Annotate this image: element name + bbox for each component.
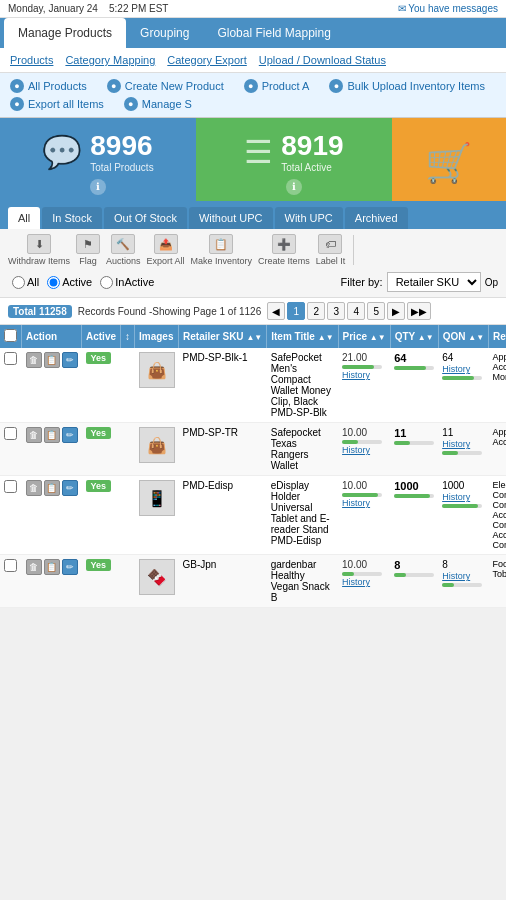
withdraw-items-button[interactable]: ⬇ Withdraw Items <box>8 234 70 266</box>
page-2-btn[interactable]: 2 <box>307 302 325 320</box>
th-sort[interactable]: ↕ <box>121 325 135 348</box>
time: 5:22 PM EST <box>109 3 168 14</box>
delete-icon[interactable]: 🗑 <box>26 559 42 575</box>
th-images: Images <box>135 325 179 348</box>
qty-progress-fill <box>394 573 406 577</box>
page-5-btn[interactable]: 5 <box>367 302 385 320</box>
info-icon[interactable]: ℹ <box>286 179 302 195</box>
messages-link[interactable]: ✉ You have messages <box>398 3 498 14</box>
product-image: 📱 <box>139 480 175 516</box>
edit-icon[interactable]: ✏ <box>62 427 78 443</box>
filter-by-select[interactable]: Retailer SKU <box>387 272 481 292</box>
quicklink-all-products[interactable]: ● All Products <box>10 79 87 93</box>
delete-icon[interactable]: 🗑 <box>26 352 42 368</box>
quicklink-manage-s[interactable]: ● Manage S <box>124 97 192 111</box>
qon-history-link[interactable]: History <box>442 492 470 502</box>
subnav-products[interactable]: Products <box>10 54 53 66</box>
qon-history-link[interactable]: History <box>442 439 470 449</box>
row-checkbox-cell <box>0 555 22 608</box>
list-icon: ☰ <box>244 133 273 171</box>
th-qty[interactable]: QTY ▲▼ <box>390 325 438 348</box>
th-sku[interactable]: Retailer SKU ▲▼ <box>179 325 267 348</box>
label-it-button[interactable]: 🏷 Label It <box>316 234 346 266</box>
price-history-link[interactable]: History <box>342 498 370 508</box>
row-checkbox[interactable] <box>4 559 17 572</box>
op-label: Op <box>485 277 498 288</box>
info-icon[interactable]: ℹ <box>90 179 106 195</box>
tab-grouping[interactable]: Grouping <box>126 18 203 48</box>
radio-active[interactable]: Active <box>47 276 92 289</box>
flag-button[interactable]: ⚑ Flag <box>76 234 100 266</box>
price-progress-fill <box>342 572 354 576</box>
image-cell: 📱 <box>135 476 179 555</box>
export-all-button[interactable]: 📤 Export All <box>147 234 185 266</box>
subnav-category-export[interactable]: Category Export <box>167 54 246 66</box>
copy-icon[interactable]: 📋 <box>44 559 60 575</box>
quicklink-product-a[interactable]: ● Product A <box>244 79 310 93</box>
select-all-checkbox[interactable] <box>4 329 17 342</box>
copy-icon[interactable]: 📋 <box>44 352 60 368</box>
tab-global-field-mapping[interactable]: Global Field Mapping <box>203 18 344 48</box>
create-items-button[interactable]: ➕ Create Items <box>258 234 310 266</box>
cart-icon: 🛒 <box>425 141 472 185</box>
price-history-link[interactable]: History <box>342 577 370 587</box>
qon-history-link[interactable]: History <box>442 364 470 374</box>
total-products-number: 8996 <box>90 130 153 162</box>
edit-icon[interactable]: ✏ <box>62 352 78 368</box>
th-price[interactable]: Price ▲▼ <box>338 325 390 348</box>
delete-icon[interactable]: 🗑 <box>26 427 42 443</box>
page-3-btn[interactable]: 3 <box>327 302 345 320</box>
date-time: Monday, January 24 5:22 PM EST <box>8 3 168 14</box>
sort-cell <box>121 476 135 555</box>
filter-tab-without-upc[interactable]: Without UPC <box>189 207 273 229</box>
th-title[interactable]: Item Title ▲▼ <box>267 325 338 348</box>
qon-progress-fill <box>442 451 458 455</box>
sort-icon: ▲▼ <box>370 333 386 342</box>
row-checkbox[interactable] <box>4 480 17 493</box>
quicklink-export-all[interactable]: ● Export all Items <box>10 97 104 111</box>
delete-icon[interactable]: 🗑 <box>26 480 42 496</box>
page-1-btn[interactable]: 1 <box>287 302 305 320</box>
auction-icon: 🔨 <box>111 234 135 254</box>
row-checkbox[interactable] <box>4 352 17 365</box>
category-cell: Apparel & Accessories > W & Money Clips <box>489 348 506 423</box>
tab-manage-products[interactable]: Manage Products <box>4 18 126 48</box>
make-inventory-button[interactable]: 📋 Make Inventory <box>191 234 253 266</box>
edit-icon[interactable]: ✏ <box>62 559 78 575</box>
page-last-btn[interactable]: ▶▶ <box>407 302 431 320</box>
filter-tab-archived[interactable]: Archived <box>345 207 408 229</box>
radio-inactive[interactable]: InActive <box>100 276 154 289</box>
auctions-button[interactable]: 🔨 Auctions <box>106 234 141 266</box>
sort-cell <box>121 348 135 423</box>
qon-progress-bar <box>442 504 482 508</box>
price-history-link[interactable]: History <box>342 445 370 455</box>
filter-tab-with-upc[interactable]: With UPC <box>275 207 343 229</box>
sku-cell: PMD-SP-TR <box>179 423 267 476</box>
action-cell: 🗑 📋 ✏ <box>22 476 82 555</box>
filter-tab-out-of-stock[interactable]: Out Of Stock <box>104 207 187 229</box>
subnav-upload-status[interactable]: Upload / Download Status <box>259 54 386 66</box>
pagination-row: Total 11258 Records Found -Showing Page … <box>0 298 506 325</box>
row-checkbox[interactable] <box>4 427 17 440</box>
radio-all[interactable]: All <box>12 276 39 289</box>
edit-icon[interactable]: ✏ <box>62 480 78 496</box>
table-row: 🗑 📋 ✏ Yes 👜 PMD-SP-Blk-1 SafePocket Men'… <box>0 348 506 423</box>
page-next-btn[interactable]: ▶ <box>387 302 405 320</box>
title-cell: eDisplay Holder Universal Tablet and E-r… <box>267 476 338 555</box>
action-cell: 🗑 📋 ✏ <box>22 555 82 608</box>
filter-tab-in-stock[interactable]: In Stock <box>42 207 102 229</box>
page-prev-btn[interactable]: ◀ <box>267 302 285 320</box>
copy-icon[interactable]: 📋 <box>44 427 60 443</box>
quicklink-create-product[interactable]: ● Create New Product <box>107 79 224 93</box>
active-badge: Yes <box>86 480 112 492</box>
subnav-category-mapping[interactable]: Category Mapping <box>65 54 155 66</box>
filter-tab-all[interactable]: All <box>8 207 40 229</box>
quicklink-bulk-upload[interactable]: ● Bulk Upload Inventory Items <box>329 79 485 93</box>
page-4-btn[interactable]: 4 <box>347 302 365 320</box>
circle-icon: ● <box>244 79 258 93</box>
price-history-link[interactable]: History <box>342 370 370 380</box>
th-qon[interactable]: QON ▲▼ <box>438 325 488 348</box>
sort-cell <box>121 423 135 476</box>
qon-history-link[interactable]: History <box>442 571 470 581</box>
copy-icon[interactable]: 📋 <box>44 480 60 496</box>
